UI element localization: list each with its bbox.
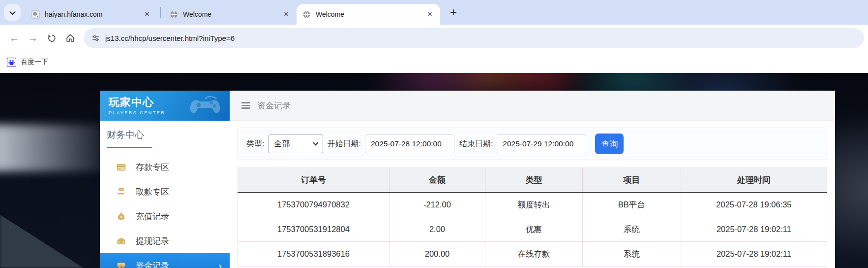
forward-icon: →	[28, 33, 38, 44]
withdraw-hand-icon	[117, 187, 126, 197]
table-cell: 1753700794970832	[238, 193, 389, 217]
table-cell: 系统	[582, 242, 681, 267]
tab-title: haiyan.hfanax.com	[45, 10, 103, 18]
coins-icon: ¥	[117, 261, 126, 268]
sidebar-item-label: 充值记录	[136, 211, 169, 222]
table-row: 1753700794970832-212.00额度转出BB平台2025-07-2…	[238, 193, 827, 217]
start-date-input[interactable]	[365, 134, 454, 153]
sidebar-item-withdrawal-records[interactable]: 提现记录	[100, 229, 230, 253]
forward-button[interactable]: →	[24, 29, 42, 47]
section-underline	[107, 147, 223, 148]
tab-welcome-1[interactable]: Welcome ×	[164, 4, 297, 25]
back-button[interactable]: ←	[5, 29, 24, 47]
globe-icon	[302, 10, 311, 19]
banknote-icon	[117, 236, 126, 246]
tab-separator	[160, 7, 161, 18]
deposit-card-icon	[117, 163, 126, 172]
gamepad-icon	[187, 96, 223, 117]
tab-strip: haiyan.hfanax.com × Welcome × Welcome × …	[0, 0, 868, 25]
bookmarks-bar: 百度一下	[0, 51, 868, 73]
table-header-cell: 金额	[389, 168, 485, 193]
type-select-value: 全部	[274, 139, 290, 149]
table-header-row: 订单号金额类型项目处理时间	[238, 168, 827, 193]
new-tab-button[interactable]: +	[445, 4, 462, 21]
type-label: 类型:	[246, 139, 264, 149]
baidu-paw-icon	[7, 58, 16, 67]
sidebar-item-label: 资金记录	[136, 260, 169, 268]
sidebar-item-label: 存款专区	[136, 162, 169, 173]
players-center-banner: 玩家中心 PLAYERS CENTER	[100, 91, 230, 121]
tab-title: Welcome	[183, 10, 211, 18]
table-cell: 2025-07-28 19:06:35	[681, 193, 827, 217]
main-header: 资金记录	[230, 91, 835, 121]
sidebar-item-withdraw-zone[interactable]: 取款专区	[100, 179, 230, 204]
sidebar: 玩家中心 PLAYERS CENTER 财务中心	[100, 91, 230, 268]
hamburger-icon[interactable]	[241, 102, 250, 109]
query-button[interactable]: 查询	[595, 134, 624, 154]
chevron-down-icon	[313, 140, 319, 145]
main-panel: 资金记录 类型: 全部 开始日期: 结束日期: 查询 订单号金额类型项目处理时间…	[230, 91, 835, 268]
reload-button[interactable]	[42, 29, 61, 47]
type-select[interactable]: 全部	[268, 134, 323, 153]
sidebar-item-label: 提现记录	[136, 235, 169, 247]
sidebar-section: 财务中心	[100, 121, 230, 148]
url-text[interactable]: js13.cc/hhcp/usercenter.html?iniType=6	[105, 34, 235, 42]
funds-records-table: 订单号金额类型项目处理时间1753700794970832-212.00额度转出…	[238, 168, 827, 267]
chevron-down-icon	[9, 8, 16, 15]
table-row: 1753700531893616200.00在线存款系统2025-07-28 1…	[238, 242, 827, 267]
money-bag-icon: ¥	[117, 212, 126, 221]
close-icon[interactable]: ×	[424, 9, 435, 20]
reload-icon	[47, 34, 57, 43]
tab-title: Welcome	[316, 10, 344, 18]
web-page: 玩家中心 PLAYERS CENTER 财务中心	[0, 73, 868, 268]
user-center-panel: 玩家中心 PLAYERS CENTER 财务中心	[100, 91, 835, 268]
tab-welcome-2-active[interactable]: Welcome ×	[297, 4, 440, 25]
bookmark-baidu[interactable]: 百度一下	[21, 58, 48, 67]
sidebar-item-deposit-zone[interactable]: 存款专区	[100, 155, 230, 179]
tab-haiyan[interactable]: haiyan.hfanax.com ×	[26, 4, 157, 25]
svg-text:¥: ¥	[120, 265, 122, 268]
page-title: 资金记录	[257, 100, 291, 111]
globe-icon	[170, 10, 178, 19]
table-cell: 200.00	[389, 242, 485, 267]
back-icon: ←	[9, 33, 19, 44]
site-settings-icon[interactable]	[91, 34, 100, 42]
table-cell: 优惠	[485, 217, 583, 242]
table-cell: -212.00	[389, 193, 485, 217]
sidebar-section-title: 财务中心	[107, 129, 223, 141]
table-header-cell: 项目	[582, 168, 681, 193]
tab-search-button[interactable]	[4, 4, 21, 21]
sidebar-item-label: 取款专区	[136, 186, 169, 198]
table-cell: 在线存款	[485, 242, 583, 267]
address-bar[interactable]: js13.cc/hhcp/usercenter.html?iniType=6	[84, 28, 864, 48]
table-header-cell: 类型	[485, 168, 583, 193]
sidebar-menu: 存款专区 取款专区 ¥	[100, 155, 230, 268]
close-icon[interactable]: ×	[281, 9, 292, 20]
chevron-right-icon: ›	[218, 260, 222, 268]
table-cell: 额度转出	[485, 193, 583, 217]
main-content: 类型: 全部 开始日期: 结束日期: 查询 订单号金额类型项目处理时间17537…	[230, 121, 835, 267]
table-header-cell: 订单号	[238, 168, 389, 193]
sidebar-item-recharge-records[interactable]: ¥ 充值记录	[100, 204, 230, 229]
table-cell: 2025-07-28 19:02:11	[681, 242, 827, 267]
start-date-label: 开始日期:	[327, 139, 360, 149]
table-cell: 1753700531893616	[238, 242, 389, 267]
table-row: 17537005319128042.00优惠系统2025-07-28 19:02…	[238, 217, 827, 242]
table-cell: 2.00	[389, 217, 485, 242]
filter-bar: 类型: 全部 开始日期: 结束日期: 查询	[238, 128, 827, 160]
end-date-input[interactable]	[497, 134, 586, 153]
home-button[interactable]	[61, 29, 80, 47]
background-light-band	[0, 125, 103, 171]
sidebar-item-funds-records[interactable]: ¥ 资金记录 ›	[100, 253, 230, 268]
end-date-label: 结束日期:	[459, 139, 493, 149]
table-cell: 2025-07-28 19:02:11	[681, 217, 827, 242]
sidebar-body: 财务中心 存款专区	[100, 121, 230, 268]
image-placeholder-icon	[31, 10, 40, 19]
home-icon	[65, 33, 75, 43]
close-icon[interactable]: ×	[142, 9, 152, 20]
table-cell: 1753700531912804	[238, 217, 389, 242]
browser-toolbar: ← → js13.cc/hhcp/usercenter.html?iniType…	[0, 25, 868, 51]
table-cell: 系统	[582, 217, 681, 242]
table-cell: BB平台	[582, 193, 681, 217]
table-header-cell: 处理时间	[681, 168, 827, 193]
